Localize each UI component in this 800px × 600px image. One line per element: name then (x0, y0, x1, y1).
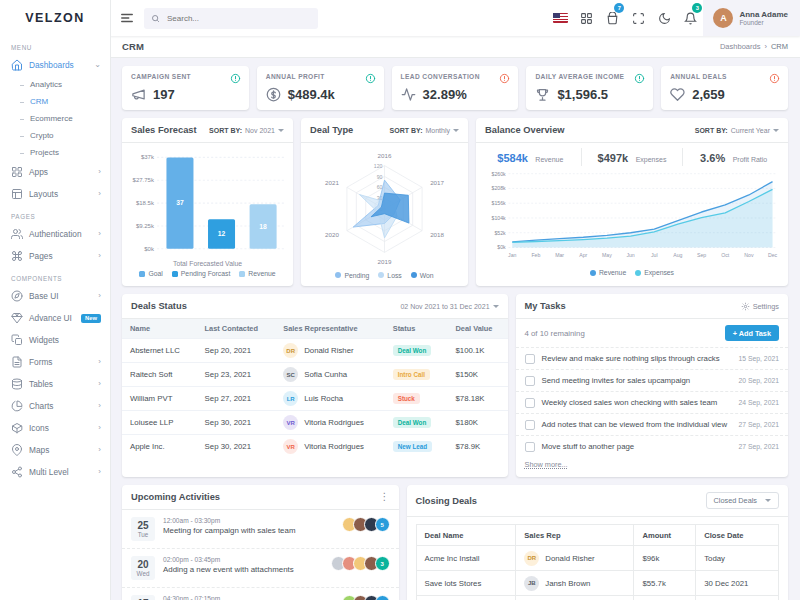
legend-item: Pending (335, 272, 369, 279)
sidebar-item-multi-level[interactable]: Multi Level› (0, 461, 110, 483)
close-date-cell: 25 Nov 2021 (696, 596, 779, 600)
user-avatar: A (713, 8, 733, 28)
avatar: VR (283, 439, 298, 454)
legend-item: Expenses (635, 269, 674, 276)
tasks-toolbar: 4 of 10 remaining + Add Task (516, 319, 788, 347)
table-row[interactable]: Loiusee LLPSep 30, 2021VRVitoria Rodrigu… (122, 411, 508, 435)
deal-type-title: Deal Type (310, 125, 353, 135)
task-checkbox[interactable] (525, 398, 535, 408)
show-more-link[interactable]: Show more... (516, 457, 788, 477)
column-header: Deal Name (416, 525, 516, 546)
sidebar-item-advance-ui[interactable]: Advance UINew (0, 307, 110, 329)
chevron-down-icon (493, 305, 499, 308)
sidebar-item-pages[interactable]: Pages› (0, 245, 110, 267)
search-input[interactable] (165, 13, 289, 24)
last-contacted-cell: Sep 20, 2021 (197, 339, 276, 363)
list-item[interactable]: 17Wed04:30pm - 07:15pmCreate new project… (122, 587, 399, 600)
list-item: Move stuff to another page27 Sep, 2021 (516, 435, 788, 457)
table-row[interactable]: Raitech SoftSep 23, 2021SCSofia CunhaInt… (122, 363, 508, 387)
moon-icon (658, 12, 671, 25)
deal-type-chart: 0306090120201620172018201920202021 (307, 147, 462, 269)
search-input-wrap[interactable] (144, 8, 318, 29)
balance-overview-legend: RevenueExpenses (482, 269, 782, 276)
sidebar-subitem-crm[interactable]: CRM (0, 93, 110, 110)
dark-mode-button[interactable] (651, 0, 677, 36)
us-flag-icon (553, 13, 568, 23)
breadcrumb-parent[interactable]: Dashboards (720, 42, 760, 51)
amount-cell: $102k (634, 596, 696, 600)
table-row[interactable]: Absternet LLCSep 20, 2021DRDonald Risher… (122, 339, 508, 363)
revenue-summary: $584k Revenue (480, 148, 582, 166)
svg-text:Jun: Jun (626, 252, 634, 258)
charts-icon (11, 400, 23, 412)
widgets-icon (11, 334, 23, 346)
my-tasks-card: My Tasks Settings 4 of 10 remaining + Ad… (516, 294, 788, 477)
user-menu[interactable]: A Anna Adame Founder (703, 0, 800, 36)
svg-text:Sep: Sep (697, 252, 706, 258)
sales-rep-cell: DRDonald Risher (524, 551, 625, 566)
add-task-button[interactable]: + Add Task (725, 325, 779, 341)
fullscreen-button[interactable] (625, 0, 651, 36)
sidebar-item-icons[interactable]: Icons› (0, 417, 110, 439)
apps-grid-button[interactable] (573, 0, 599, 36)
cart-button[interactable]: 7 (599, 0, 625, 36)
chevron-right-icon: › (98, 292, 101, 300)
balance-overview-sort[interactable]: SORT BY: Current Year (695, 127, 779, 134)
sidebar-subitem-ecommerce[interactable]: Ecommerce (0, 110, 110, 127)
task-checkbox[interactable] (525, 420, 535, 430)
sidebar-item-tables[interactable]: Tables› (0, 373, 110, 395)
deals-status-date-range[interactable]: 02 Nov 2021 to 31 Dec 2021 (400, 303, 498, 310)
list-item: Add notes that can be viewed from the in… (516, 413, 788, 435)
table-row[interactable]: Apple Inc.Sep 30, 2021VRVitoria Rodrigue… (122, 435, 508, 459)
svg-text:Apr: Apr (579, 252, 587, 258)
deals-status-title: Deals Status (131, 301, 187, 311)
sidebar-subitem-analytics[interactable]: Analytics (0, 76, 110, 93)
task-checkbox[interactable] (525, 442, 535, 452)
sidebar-item-dashboards[interactable]: Dashboards⌄ (0, 54, 110, 76)
balance-overview-chart: $0k$52k$104k$156k$208k$260kJanFebMarAprM… (482, 168, 782, 266)
list-item[interactable]: 20Wed02:00pm - 03:45pmAdding a new event… (122, 548, 399, 587)
tasks-settings-button[interactable]: Settings (741, 302, 779, 311)
sidebar-item-layouts[interactable]: Layouts› (0, 183, 110, 205)
closing-deals-filter[interactable]: Closed Deals (706, 492, 779, 509)
menu-toggle-icon[interactable] (120, 11, 134, 25)
sidebar-item-base-ui[interactable]: Base UI› (0, 285, 110, 307)
list-item: Weekly closed sales won checking with sa… (516, 391, 788, 413)
sidebar-item-apps[interactable]: Apps› (0, 161, 110, 183)
sales-forecast-sort[interactable]: SORT BY: Nov 2021 (209, 127, 284, 134)
notifications-button[interactable]: 3 (677, 0, 703, 36)
sidebar-item-widgets[interactable]: Widgets (0, 329, 110, 351)
task-checkbox[interactable] (525, 354, 535, 364)
table-row[interactable]: William PVTAHAyaan Hudda$102k25 Nov 2021 (416, 596, 778, 600)
language-flag-button[interactable] (547, 0, 573, 36)
column-header: Last Contacted (197, 319, 276, 339)
gear-icon (741, 302, 750, 311)
sidebar-item-charts[interactable]: Charts› (0, 395, 110, 417)
sales-forecast-legend: GoalPending ForcastRevenue (128, 270, 287, 277)
brand-logo[interactable]: VELZON (0, 0, 110, 36)
sidebar-subitem-crypto[interactable]: Crypto (0, 127, 110, 144)
table-row[interactable]: Acme Inc InstallDRDonald Risher$96kToday (416, 546, 778, 571)
table-row[interactable]: William PVTSep 27, 2021LRLuis RochaStuck… (122, 387, 508, 411)
upcoming-activities-card: Upcoming Activities ⋮ 25Tue12:00am - 03:… (122, 485, 399, 600)
table-row[interactable]: Save lots StoresJBJansh Brown$55.7k30 De… (416, 571, 778, 596)
sidebar-item-authentication[interactable]: Authentication› (0, 223, 110, 245)
chevron-down-icon (278, 129, 284, 132)
deal-name-cell: Save lots Stores (416, 571, 516, 596)
avatar: SC (283, 367, 298, 382)
heart-icon (670, 87, 685, 102)
sidebar-item-forms[interactable]: Forms› (0, 351, 110, 373)
deal-type-sort[interactable]: SORT BY: Monthly (390, 127, 459, 134)
pages-icon (11, 250, 23, 262)
avatar: DR (524, 551, 539, 566)
sidebar-subitem-projects[interactable]: Projects (0, 144, 110, 161)
task-checkbox[interactable] (525, 376, 535, 386)
more-menu-icon[interactable]: ⋮ (380, 492, 390, 502)
stat-card-pulse: LEAD CONVERSATION32.89% (392, 66, 519, 110)
nav-section-label: PAGES (0, 205, 110, 223)
svg-text:$27.75k: $27.75k (133, 177, 155, 183)
sidebar-item-maps[interactable]: Maps› (0, 439, 110, 461)
chevron-right-icon: › (98, 358, 101, 366)
indicator-icon (365, 73, 376, 84)
list-item[interactable]: 25Tue12:00am - 03:30pmMeeting for campai… (122, 510, 399, 548)
